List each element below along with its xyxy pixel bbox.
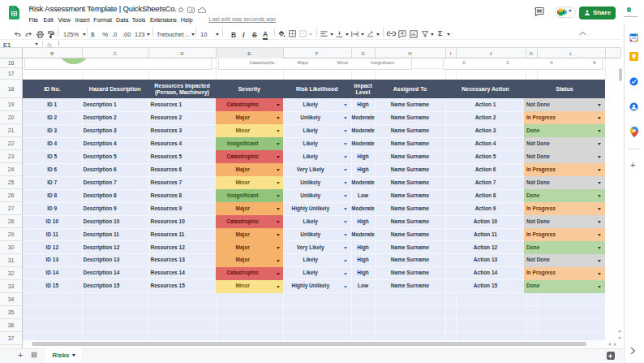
svg-text:31: 31 bbox=[632, 36, 637, 40]
